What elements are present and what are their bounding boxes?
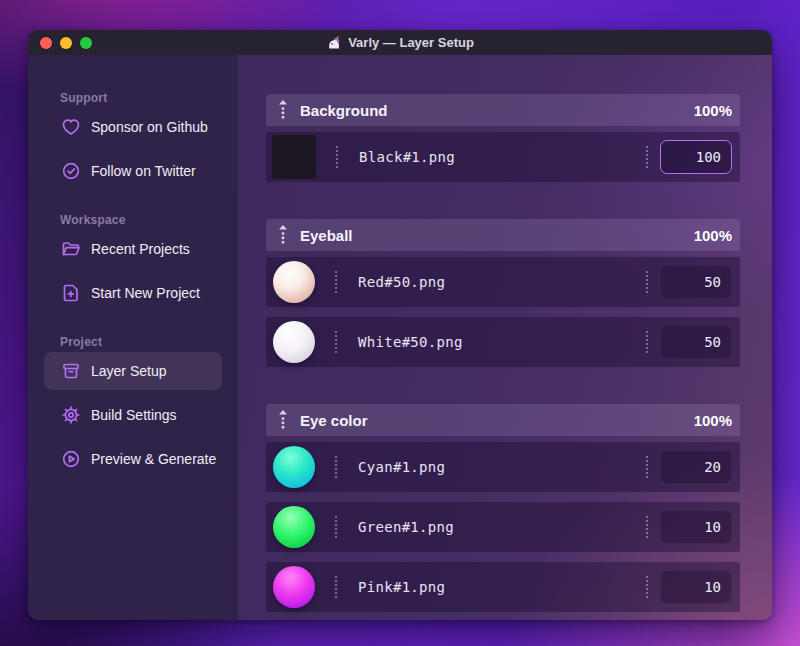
layer-row[interactable]: Red#50.png — [266, 257, 740, 307]
layer-weight-input[interactable] — [660, 265, 732, 299]
layer-group-eyeball: Eyeball 100% Red#50.png White#50.png — [266, 219, 740, 367]
sidebar-item-layer-setup[interactable]: Layer Setup — [44, 352, 222, 390]
group-title: Background — [300, 102, 388, 119]
layer-row[interactable]: Cyan#1.png — [266, 442, 740, 492]
layer-thumbnail — [273, 566, 315, 608]
divider — [646, 516, 648, 538]
divider — [646, 146, 648, 168]
sidebar-item-recent-projects[interactable]: Recent Projects — [28, 227, 238, 271]
traffic-lights — [40, 37, 92, 49]
divider — [646, 331, 648, 353]
sidebar-item-label: Recent Projects — [91, 241, 190, 257]
gear-icon — [60, 404, 82, 426]
group-title: Eyeball — [300, 227, 353, 244]
minimize-button[interactable] — [60, 37, 72, 49]
drag-handle-icon[interactable] — [278, 99, 288, 121]
sidebar-item-label: Follow on Twitter — [91, 163, 196, 179]
sidebar-item-preview-generate[interactable]: Preview & Generate — [28, 437, 238, 481]
divider — [646, 456, 648, 478]
sidebar: Support Sponsor on Github Follow on Twit… — [28, 55, 238, 620]
layer-row[interactable]: White#50.png — [266, 317, 740, 367]
sidebar-section-support: Support — [60, 55, 238, 105]
unicorn-icon — [326, 35, 342, 51]
sidebar-section-project: Project — [60, 335, 238, 349]
sidebar-item-label: Start New Project — [91, 285, 200, 301]
group-weight: 100% — [694, 227, 732, 244]
layer-filename: Black#1.png — [359, 149, 455, 165]
layer-weight-input[interactable] — [660, 570, 732, 604]
folder-icon — [60, 238, 82, 260]
divider — [336, 146, 338, 168]
group-header[interactable]: Eyeball 100% — [266, 219, 740, 251]
title-bar: Varly — Layer Setup — [28, 30, 772, 55]
layer-weight-input[interactable] — [660, 325, 732, 359]
layer-weight-input[interactable] — [660, 450, 732, 484]
layer-filename: Pink#1.png — [358, 579, 445, 595]
heart-icon — [60, 116, 82, 138]
layer-thumbnail — [273, 506, 315, 548]
group-weight: 100% — [694, 102, 732, 119]
layer-thumbnail — [272, 135, 316, 179]
divider — [335, 576, 337, 598]
layer-row[interactable]: Black#1.png — [266, 132, 740, 182]
window-title-text: Varly — Layer Setup — [348, 35, 474, 50]
layer-group-background: Background 100% Black#1.png — [266, 94, 740, 182]
sidebar-section-workspace: Workspace — [60, 213, 238, 227]
sidebar-item-label: Preview & Generate — [91, 451, 216, 467]
window-title: Varly — Layer Setup — [326, 30, 474, 55]
group-weight: 100% — [694, 412, 732, 429]
group-title: Eye color — [300, 412, 368, 429]
sidebar-item-label: Build Settings — [91, 407, 177, 423]
layer-thumbnail — [273, 446, 315, 488]
group-header[interactable]: Eye color 100% — [266, 404, 740, 436]
layer-setup-panel: Background 100% Black#1.png — [238, 55, 772, 620]
close-button[interactable] — [40, 37, 52, 49]
layer-filename: White#50.png — [358, 334, 463, 350]
sidebar-item-label: Sponsor on Github — [91, 119, 208, 135]
divider — [335, 331, 337, 353]
sidebar-item-sponsor-on-github[interactable]: Sponsor on Github — [28, 105, 238, 149]
zoom-button[interactable] — [80, 37, 92, 49]
play-circle-icon — [60, 448, 82, 470]
divider — [335, 516, 337, 538]
group-header[interactable]: Background 100% — [266, 94, 740, 126]
divider — [335, 271, 337, 293]
drag-handle-icon[interactable] — [278, 224, 288, 246]
layer-filename: Green#1.png — [358, 519, 454, 535]
archive-box-icon — [60, 360, 82, 382]
drag-handle-icon[interactable] — [278, 409, 288, 431]
layer-group-eye-color: Eye color 100% Cyan#1.png Green#1.png — [266, 404, 740, 612]
layer-filename: Red#50.png — [358, 274, 445, 290]
divider — [646, 576, 648, 598]
sidebar-item-follow-on-twitter[interactable]: Follow on Twitter — [28, 149, 238, 193]
layer-weight-input[interactable] — [660, 140, 732, 174]
badge-check-icon — [60, 160, 82, 182]
app-window: Varly — Layer Setup Support Sponsor on G… — [28, 30, 772, 620]
divider — [646, 271, 648, 293]
sidebar-item-start-new-project[interactable]: Start New Project — [28, 271, 238, 315]
layer-thumbnail — [273, 321, 315, 363]
layer-weight-input[interactable] — [660, 510, 732, 544]
sidebar-item-label: Layer Setup — [91, 363, 167, 379]
layer-row[interactable]: Green#1.png — [266, 502, 740, 552]
sidebar-item-build-settings[interactable]: Build Settings — [28, 393, 238, 437]
divider — [335, 456, 337, 478]
layer-filename: Cyan#1.png — [358, 459, 445, 475]
layer-row[interactable]: Pink#1.png — [266, 562, 740, 612]
layer-thumbnail — [273, 261, 315, 303]
document-plus-icon — [60, 282, 82, 304]
